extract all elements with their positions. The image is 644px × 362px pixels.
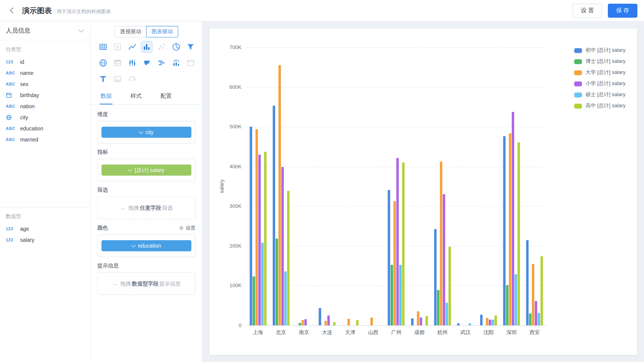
bar[interactable]: [264, 152, 266, 325]
legend-item[interactable]: 大学 [总计] salary: [574, 67, 626, 78]
field-item-salary[interactable]: 123salary: [0, 234, 90, 246]
bar[interactable]: [284, 271, 287, 325]
bar[interactable]: [506, 285, 509, 325]
bar[interactable]: [443, 194, 445, 325]
bar[interactable]: [535, 301, 537, 325]
bar[interactable]: [417, 311, 419, 325]
field-item-name[interactable]: ABCname: [0, 68, 90, 79]
metric-pill[interactable]: [总计] salary: [101, 164, 191, 176]
legend-item[interactable]: 小学 [总计] salary: [574, 78, 626, 89]
tab-pivot-driven[interactable]: 透视驱动: [114, 26, 146, 38]
chart-type-radar-chart[interactable]: [98, 58, 108, 68]
bar[interactable]: [327, 315, 330, 325]
bar[interactable]: [272, 106, 275, 325]
color-settings-button[interactable]: 设置: [179, 225, 196, 231]
bar[interactable]: [396, 158, 399, 325]
dimension-dropzone[interactable]: city: [98, 121, 196, 143]
chart-type-line-chart[interactable]: [127, 42, 138, 52]
chart-type-text[interactable]: [98, 74, 108, 84]
bar[interactable]: [440, 161, 442, 325]
field-item-id[interactable]: 123id: [0, 56, 90, 68]
bar[interactable]: [258, 155, 260, 325]
chart-type-bar-chart[interactable]: [142, 42, 152, 52]
field-item-married[interactable]: ABCmarried: [0, 134, 90, 145]
tab-data[interactable]: 数据: [100, 89, 112, 104]
metric-dropzone[interactable]: [总计] salary: [98, 159, 196, 182]
bar[interactable]: [540, 256, 543, 325]
filter-dropzone[interactable]: → 拖拽 任意字段 筛选: [98, 197, 196, 219]
legend-item[interactable]: 初中 [总计] salary: [574, 45, 626, 56]
bar[interactable]: [526, 240, 529, 325]
field-item-birthday[interactable]: birthday: [0, 90, 90, 101]
tab-config[interactable]: 配置: [160, 89, 172, 104]
bar[interactable]: [391, 265, 393, 325]
legend-item[interactable]: 硕士 [总计] salary: [574, 89, 626, 100]
dataset-selector[interactable]: 人员信息: [0, 22, 90, 41]
tooltip-dropzone[interactable]: → 拖拽 数值型字段 提示信息: [98, 272, 196, 295]
bar[interactable]: [532, 264, 534, 325]
chart-type-combo-chart[interactable]: [171, 58, 182, 68]
bar[interactable]: [348, 319, 350, 325]
bar[interactable]: [319, 308, 321, 325]
bar[interactable]: [434, 229, 436, 325]
bar[interactable]: [371, 318, 373, 325]
bar[interactable]: [411, 318, 414, 325]
bar[interactable]: [529, 313, 532, 325]
field-item-age[interactable]: 123age: [0, 223, 90, 234]
bar[interactable]: [426, 316, 428, 325]
bar[interactable]: [503, 136, 506, 325]
bar[interactable]: [287, 191, 290, 325]
bar[interactable]: [261, 243, 264, 325]
save-button[interactable]: 保 存: [608, 4, 638, 17]
bar[interactable]: [515, 274, 517, 325]
bar[interactable]: [509, 133, 512, 325]
legend-item[interactable]: 高中 [总计] salary: [574, 100, 626, 111]
field-item-city[interactable]: city: [0, 112, 90, 123]
chart-type-map-chart[interactable]: [142, 58, 152, 68]
tab-style[interactable]: 样式: [130, 89, 142, 104]
bar[interactable]: [518, 142, 520, 325]
chart-type-candlestick-chart[interactable]: [127, 58, 138, 68]
back-button[interactable]: [6, 5, 19, 17]
chart-type-word-cloud[interactable]: [156, 58, 167, 68]
color-pill[interactable]: education: [101, 240, 191, 251]
bar[interactable]: [437, 290, 440, 325]
bar[interactable]: [538, 313, 540, 325]
tab-chart-driven[interactable]: 图表驱动: [146, 26, 178, 38]
bar[interactable]: [489, 320, 492, 325]
bar[interactable]: [494, 315, 497, 325]
bar[interactable]: [356, 320, 359, 325]
bar[interactable]: [304, 319, 307, 325]
legend-item[interactable]: 博士 [总计] salary: [574, 56, 626, 67]
bar[interactable]: [275, 239, 278, 325]
bar[interactable]: [394, 201, 396, 325]
bar[interactable]: [468, 323, 471, 325]
chart-type-table[interactable]: [98, 42, 108, 52]
chart-type-pie-chart[interactable]: [171, 42, 182, 52]
bar[interactable]: [333, 322, 336, 325]
bar[interactable]: [298, 323, 301, 325]
bar[interactable]: [402, 162, 405, 325]
bar[interactable]: [486, 318, 488, 325]
field-item-nation[interactable]: ABCnation: [0, 101, 90, 112]
bar[interactable]: [250, 127, 252, 325]
bar[interactable]: [492, 320, 494, 325]
bar[interactable]: [448, 247, 451, 325]
color-dropzone[interactable]: education: [98, 234, 196, 257]
dimension-pill[interactable]: city: [101, 127, 191, 138]
chart-type-funnel-chart[interactable]: [185, 42, 196, 52]
bar[interactable]: [255, 129, 258, 325]
bar[interactable]: [512, 112, 514, 325]
bar[interactable]: [420, 318, 422, 325]
bar[interactable]: [399, 265, 402, 325]
bar[interactable]: [252, 276, 255, 325]
bar[interactable]: [302, 320, 304, 325]
bar[interactable]: [446, 303, 448, 325]
bar[interactable]: [480, 315, 483, 325]
bar[interactable]: [457, 323, 460, 325]
bar[interactable]: [324, 321, 327, 325]
settings-button[interactable]: 设 置: [573, 4, 602, 17]
bar[interactable]: [281, 167, 284, 325]
field-item-sex[interactable]: ABCsex: [0, 79, 90, 90]
bar[interactable]: [388, 190, 390, 325]
